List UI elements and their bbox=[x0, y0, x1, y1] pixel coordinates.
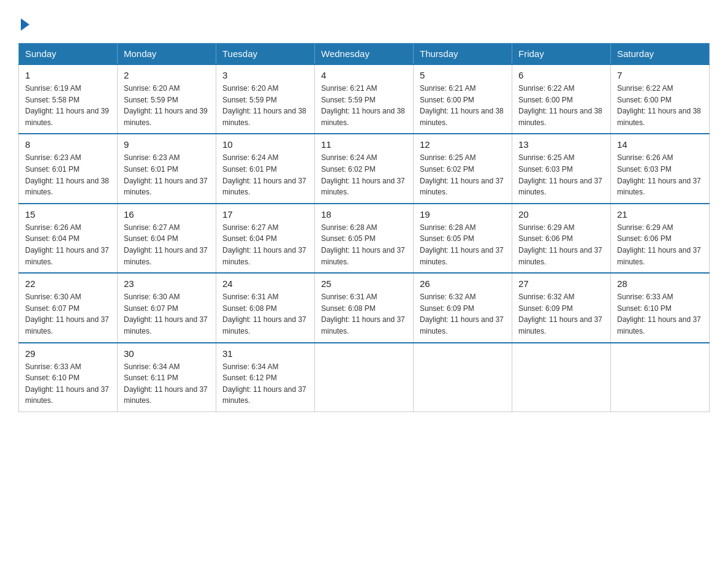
day-number: 30 bbox=[124, 348, 210, 359]
calendar-cell: 10Sunrise: 6:24 AMSunset: 6:01 PMDayligh… bbox=[216, 134, 315, 203]
calendar-cell: 25Sunrise: 6:31 AMSunset: 6:08 PMDayligh… bbox=[315, 273, 414, 342]
calendar-cell bbox=[315, 343, 414, 412]
calendar-cell: 22Sunrise: 6:30 AMSunset: 6:07 PMDayligh… bbox=[19, 273, 118, 342]
calendar-cell: 24Sunrise: 6:31 AMSunset: 6:08 PMDayligh… bbox=[216, 273, 315, 342]
week-row-1: 1Sunrise: 6:19 AMSunset: 5:58 PMDaylight… bbox=[19, 64, 710, 134]
calendar-cell: 4Sunrise: 6:21 AMSunset: 5:59 PMDaylight… bbox=[315, 64, 414, 134]
column-header-sunday: Sunday bbox=[19, 44, 118, 65]
calendar-cell: 17Sunrise: 6:27 AMSunset: 6:04 PMDayligh… bbox=[216, 204, 315, 273]
day-number: 3 bbox=[222, 70, 308, 80]
calendar-cell bbox=[414, 343, 512, 412]
calendar-cell: 11Sunrise: 6:24 AMSunset: 6:02 PMDayligh… bbox=[315, 134, 414, 203]
day-number: 10 bbox=[222, 139, 308, 150]
day-number: 21 bbox=[617, 209, 703, 220]
day-info: Sunrise: 6:25 AMSunset: 6:02 PMDaylight:… bbox=[420, 152, 506, 197]
calendar-cell: 29Sunrise: 6:33 AMSunset: 6:10 PMDayligh… bbox=[19, 343, 118, 412]
day-info: Sunrise: 6:31 AMSunset: 6:08 PMDaylight:… bbox=[222, 291, 308, 337]
calendar-cell: 31Sunrise: 6:34 AMSunset: 6:12 PMDayligh… bbox=[216, 343, 315, 412]
calendar-cell: 2Sunrise: 6:20 AMSunset: 5:59 PMDaylight… bbox=[118, 64, 216, 134]
calendar-cell: 3Sunrise: 6:20 AMSunset: 5:59 PMDaylight… bbox=[216, 64, 315, 134]
day-info: Sunrise: 6:31 AMSunset: 6:08 PMDaylight:… bbox=[321, 291, 407, 337]
calendar-cell: 20Sunrise: 6:29 AMSunset: 6:06 PMDayligh… bbox=[512, 204, 611, 273]
day-number: 20 bbox=[518, 209, 604, 220]
day-info: Sunrise: 6:26 AMSunset: 6:03 PMDaylight:… bbox=[617, 152, 703, 197]
day-number: 13 bbox=[518, 139, 604, 150]
logo-blue-text bbox=[18, 18, 29, 32]
day-info: Sunrise: 6:30 AMSunset: 6:07 PMDaylight:… bbox=[124, 291, 210, 337]
calendar-cell: 28Sunrise: 6:33 AMSunset: 6:10 PMDayligh… bbox=[611, 273, 710, 342]
day-info: Sunrise: 6:27 AMSunset: 6:04 PMDaylight:… bbox=[222, 222, 308, 267]
calendar-cell: 26Sunrise: 6:32 AMSunset: 6:09 PMDayligh… bbox=[414, 273, 512, 342]
day-number: 1 bbox=[25, 70, 111, 80]
week-row-3: 15Sunrise: 6:26 AMSunset: 6:04 PMDayligh… bbox=[19, 204, 710, 273]
calendar-header-row: SundayMondayTuesdayWednesdayThursdayFrid… bbox=[19, 44, 710, 65]
calendar-cell: 1Sunrise: 6:19 AMSunset: 5:58 PMDaylight… bbox=[19, 64, 118, 134]
calendar-cell: 15Sunrise: 6:26 AMSunset: 6:04 PMDayligh… bbox=[19, 204, 118, 273]
header bbox=[18, 12, 710, 32]
day-info: Sunrise: 6:32 AMSunset: 6:09 PMDaylight:… bbox=[420, 291, 506, 337]
day-number: 18 bbox=[321, 209, 407, 220]
day-number: 16 bbox=[124, 209, 210, 220]
day-info: Sunrise: 6:24 AMSunset: 6:01 PMDaylight:… bbox=[222, 152, 308, 197]
day-number: 28 bbox=[617, 278, 703, 289]
day-number: 31 bbox=[222, 348, 308, 359]
day-info: Sunrise: 6:21 AMSunset: 5:59 PMDaylight:… bbox=[321, 83, 407, 128]
day-info: Sunrise: 6:34 AMSunset: 6:12 PMDaylight:… bbox=[222, 361, 308, 407]
day-number: 11 bbox=[321, 139, 407, 150]
day-number: 8 bbox=[25, 139, 111, 150]
day-number: 15 bbox=[25, 209, 111, 220]
day-info: Sunrise: 6:19 AMSunset: 5:58 PMDaylight:… bbox=[25, 83, 111, 128]
day-info: Sunrise: 6:27 AMSunset: 6:04 PMDaylight:… bbox=[124, 222, 210, 267]
day-number: 17 bbox=[222, 209, 308, 220]
day-info: Sunrise: 6:28 AMSunset: 6:05 PMDaylight:… bbox=[420, 222, 506, 267]
day-number: 6 bbox=[518, 70, 604, 80]
day-number: 9 bbox=[124, 139, 210, 150]
day-number: 25 bbox=[321, 278, 407, 289]
calendar-cell: 13Sunrise: 6:25 AMSunset: 6:03 PMDayligh… bbox=[512, 134, 611, 203]
calendar-table: SundayMondayTuesdayWednesdayThursdayFrid… bbox=[18, 43, 710, 412]
calendar-cell: 7Sunrise: 6:22 AMSunset: 6:00 PMDaylight… bbox=[611, 64, 710, 134]
column-header-wednesday: Wednesday bbox=[315, 44, 414, 65]
column-header-thursday: Thursday bbox=[414, 44, 512, 65]
day-number: 29 bbox=[25, 348, 111, 359]
column-header-saturday: Saturday bbox=[611, 44, 710, 65]
day-info: Sunrise: 6:28 AMSunset: 6:05 PMDaylight:… bbox=[321, 222, 407, 267]
day-number: 5 bbox=[420, 70, 506, 80]
day-info: Sunrise: 6:32 AMSunset: 6:09 PMDaylight:… bbox=[518, 291, 604, 337]
column-header-monday: Monday bbox=[118, 44, 216, 65]
day-info: Sunrise: 6:20 AMSunset: 5:59 PMDaylight:… bbox=[124, 83, 210, 128]
day-number: 7 bbox=[617, 70, 703, 80]
day-number: 23 bbox=[124, 278, 210, 289]
week-row-4: 22Sunrise: 6:30 AMSunset: 6:07 PMDayligh… bbox=[19, 273, 710, 342]
calendar-cell: 12Sunrise: 6:25 AMSunset: 6:02 PMDayligh… bbox=[414, 134, 512, 203]
calendar-cell: 16Sunrise: 6:27 AMSunset: 6:04 PMDayligh… bbox=[118, 204, 216, 273]
column-header-friday: Friday bbox=[512, 44, 611, 65]
day-number: 26 bbox=[420, 278, 506, 289]
day-info: Sunrise: 6:29 AMSunset: 6:06 PMDaylight:… bbox=[617, 222, 703, 267]
calendar-cell: 18Sunrise: 6:28 AMSunset: 6:05 PMDayligh… bbox=[315, 204, 414, 273]
week-row-2: 8Sunrise: 6:23 AMSunset: 6:01 PMDaylight… bbox=[19, 134, 710, 203]
calendar-cell: 14Sunrise: 6:26 AMSunset: 6:03 PMDayligh… bbox=[611, 134, 710, 203]
calendar-cell: 27Sunrise: 6:32 AMSunset: 6:09 PMDayligh… bbox=[512, 273, 611, 342]
week-row-5: 29Sunrise: 6:33 AMSunset: 6:10 PMDayligh… bbox=[19, 343, 710, 412]
calendar-cell bbox=[512, 343, 611, 412]
day-number: 27 bbox=[518, 278, 604, 289]
day-number: 22 bbox=[25, 278, 111, 289]
column-header-tuesday: Tuesday bbox=[216, 44, 315, 65]
calendar-cell: 21Sunrise: 6:29 AMSunset: 6:06 PMDayligh… bbox=[611, 204, 710, 273]
calendar-cell bbox=[611, 343, 710, 412]
calendar-cell: 30Sunrise: 6:34 AMSunset: 6:11 PMDayligh… bbox=[118, 343, 216, 412]
day-number: 4 bbox=[321, 70, 407, 80]
day-number: 19 bbox=[420, 209, 506, 220]
calendar-cell: 19Sunrise: 6:28 AMSunset: 6:05 PMDayligh… bbox=[414, 204, 512, 273]
day-info: Sunrise: 6:23 AMSunset: 6:01 PMDaylight:… bbox=[25, 152, 111, 197]
day-info: Sunrise: 6:25 AMSunset: 6:03 PMDaylight:… bbox=[518, 152, 604, 197]
day-number: 14 bbox=[617, 139, 703, 150]
logo bbox=[18, 12, 29, 32]
day-info: Sunrise: 6:34 AMSunset: 6:11 PMDaylight:… bbox=[124, 361, 210, 407]
day-number: 12 bbox=[420, 139, 506, 150]
day-info: Sunrise: 6:23 AMSunset: 6:01 PMDaylight:… bbox=[124, 152, 210, 197]
calendar-cell: 6Sunrise: 6:22 AMSunset: 6:00 PMDaylight… bbox=[512, 64, 611, 134]
day-info: Sunrise: 6:20 AMSunset: 5:59 PMDaylight:… bbox=[222, 83, 308, 128]
calendar-cell: 8Sunrise: 6:23 AMSunset: 6:01 PMDaylight… bbox=[19, 134, 118, 203]
